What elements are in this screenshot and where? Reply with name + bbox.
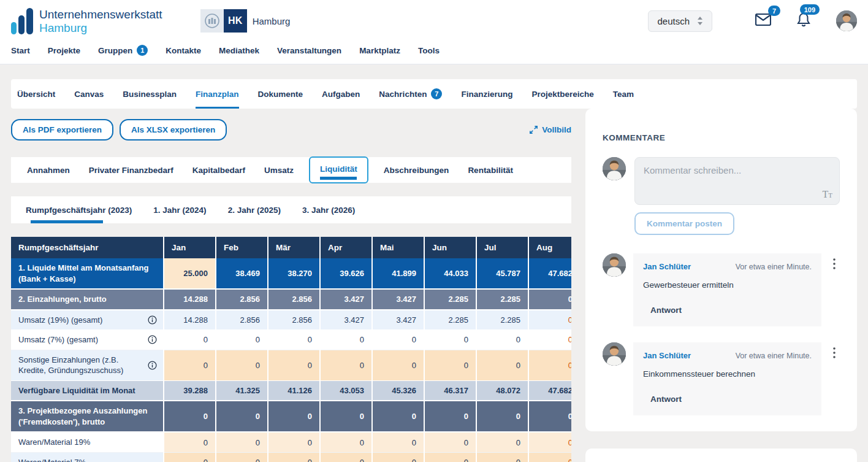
fullscreen-label: Vollbild	[542, 125, 571, 134]
row-label: Waren/Material 19%	[11, 432, 164, 452]
nav-item-gruppen[interactable]: Gruppen1	[98, 45, 148, 56]
year-tab-3-jahr-2026[interactable]: 3. Jahr (2026)	[302, 196, 355, 223]
plan-tab-privater-finanzbedarf[interactable]: Privater Finanzbedarf	[89, 166, 173, 175]
plan-tab-abschreibungen[interactable]: Abschreibungen	[384, 166, 449, 175]
value-cell-mai: 41.899	[372, 258, 424, 289]
value-cell-feb: 2.856	[216, 310, 268, 330]
table-row-verfügbare-liquidität-im-monat: Verfügbare Liquidität im Monat39.28841.3…	[11, 380, 571, 401]
value-cell-jul: 45.787	[476, 258, 528, 289]
comment-author-link[interactable]: Jan Schlüter	[643, 351, 691, 360]
project-tab-dokumente[interactable]: Dokumente	[258, 79, 303, 109]
value-cell-jan[interactable]: 0	[164, 432, 216, 452]
project-tab-team[interactable]: Team	[613, 79, 634, 109]
value-cell-feb[interactable]: 0	[216, 350, 268, 380]
page: Unternehmenswerkstatt Hamburg HK Hamburg…	[0, 0, 868, 462]
project-tab-businessplan[interactable]: Businessplan	[123, 79, 177, 109]
value-cell-jun: 0	[424, 401, 476, 432]
plan-tab-annahmen[interactable]: Annahmen	[27, 166, 70, 175]
value-cell-jul: 0	[476, 401, 528, 432]
plan-tab-liquidität[interactable]: Liquidität	[309, 156, 368, 183]
comment-input[interactable]	[634, 157, 840, 205]
value-cell-mai[interactable]: 0	[372, 350, 424, 380]
nav-item-kontakte[interactable]: Kontakte	[166, 45, 201, 56]
project-tab-übersicht[interactable]: Übersicht	[17, 79, 55, 109]
value-cell-mär[interactable]: 0	[268, 350, 320, 380]
value-cell-aug[interactable]: 0	[528, 453, 571, 462]
year-tab-2-jahr-2025[interactable]: 2. Jahr (2025)	[228, 196, 281, 223]
nav-item-veranstaltungen[interactable]: Veranstaltungen	[277, 45, 341, 56]
info-icon[interactable]	[144, 335, 157, 344]
value-cell-jul[interactable]: 0	[476, 350, 528, 380]
comment-reply-link[interactable]: Antwort	[650, 395, 682, 404]
nav-item-tools[interactable]: Tools	[418, 45, 440, 56]
plan-tab-kapitalbedarf[interactable]: Kapitalbedarf	[192, 166, 245, 175]
value-cell-mär[interactable]: 0	[268, 453, 320, 462]
nav-item-mediathek[interactable]: Mediathek	[219, 45, 259, 56]
value-cell-jun[interactable]: 0	[424, 453, 476, 462]
value-cell-apr[interactable]: 0	[320, 350, 372, 380]
nav-item-start[interactable]: Start	[11, 45, 30, 56]
value-cell-aug[interactable]: 0	[528, 432, 571, 452]
nav-item-marktplatz[interactable]: Marktplatz	[359, 45, 400, 56]
value-cell-jul: 2.285	[476, 289, 528, 310]
language-select[interactable]: deutsch	[648, 10, 712, 32]
value-cell-jul[interactable]: 0	[476, 453, 528, 462]
value-cell-aug[interactable]: 0	[528, 350, 571, 380]
messages-button[interactable]: 7	[755, 13, 771, 28]
brand-logo[interactable]: Unternehmenswerkstatt Hamburg	[11, 7, 162, 34]
info-icon[interactable]	[144, 361, 157, 370]
nav-badge: 1	[137, 45, 148, 56]
project-tab-label: Finanzplan	[196, 90, 239, 99]
project-tab-finanzplan[interactable]: Finanzplan	[196, 79, 239, 109]
plan-tab-umsatz[interactable]: Umsatz	[264, 166, 294, 175]
value-cell-jan: 14.288	[164, 310, 216, 330]
project-tab-projektbereiche[interactable]: Projektbereiche	[531, 79, 593, 109]
text-format-icon[interactable]: TT	[822, 189, 832, 200]
value-cell-apr: 0	[320, 401, 372, 432]
value-cell-jan[interactable]: 0	[164, 453, 216, 462]
value-cell-apr[interactable]: 0	[320, 432, 372, 452]
value-cell-feb: 41.325	[216, 380, 268, 401]
value-cell-feb[interactable]: 0	[216, 432, 268, 452]
value-cell-mai[interactable]: 0	[372, 432, 424, 452]
value-cell-apr: 3.427	[320, 289, 372, 310]
month-header-jun: Jun	[424, 237, 476, 258]
value-cell-apr[interactable]: 0	[320, 453, 372, 462]
year-tab-rumpfgeschäftsjahr-2023[interactable]: Rumpfgeschäftsjahr (2023)	[26, 196, 132, 223]
value-cell-jun: 44.033	[424, 258, 476, 289]
active-tab-underline	[320, 177, 357, 180]
value-cell-feb[interactable]: 0	[216, 453, 268, 462]
post-comment-button[interactable]: Kommentar posten	[634, 212, 734, 235]
kebab-menu-icon[interactable]	[829, 342, 840, 415]
export-pdf-button[interactable]: Als PDF exportieren	[11, 119, 113, 141]
comment-reply-link[interactable]: Antwort	[650, 306, 682, 315]
comment-item: Jan SchlüterVor etwa einer Minute.Einkom…	[603, 342, 840, 415]
value-cell-jun[interactable]: 0	[424, 432, 476, 452]
table-row-2-einzahlungen-brutto: 2. Einzahlungen, brutto14.2882.8562.8563…	[11, 289, 571, 310]
value-cell-jan[interactable]: 0	[164, 350, 216, 380]
notifications-button[interactable]: 109	[797, 12, 810, 29]
value-cell-mär: 0	[268, 330, 320, 350]
plan-tab-rentabilität[interactable]: Rentabilität	[468, 166, 513, 175]
value-cell-mai[interactable]: 0	[372, 453, 424, 462]
project-tab-nachrichten[interactable]: Nachrichten7	[379, 79, 442, 109]
value-cell-mär: 0	[268, 401, 320, 432]
value-cell-mär[interactable]: 0	[268, 432, 320, 452]
nav-item-projekte[interactable]: Projekte	[48, 45, 80, 56]
user-avatar[interactable]	[836, 10, 857, 31]
project-tab-finanzierung[interactable]: Finanzierung	[461, 79, 512, 109]
value-cell-jan[interactable]: 25.000	[164, 258, 216, 289]
year-tab-1-jahr-2024[interactable]: 1. Jahr (2024)	[153, 196, 206, 223]
comment-author-link[interactable]: Jan Schlüter	[643, 262, 691, 271]
value-cell-jun: 2.285	[424, 310, 476, 330]
fullscreen-link[interactable]: Vollbild	[529, 125, 571, 134]
project-tab-canvas[interactable]: Canvas	[74, 79, 104, 109]
kebab-menu-icon[interactable]	[829, 253, 840, 326]
info-icon[interactable]	[144, 315, 157, 325]
export-xlsx-button[interactable]: Als XLSX exportieren	[120, 119, 227, 141]
project-tab-label: Businessplan	[123, 90, 177, 99]
project-tab-aufgaben[interactable]: Aufgaben	[322, 79, 360, 109]
value-cell-jul[interactable]: 0	[476, 432, 528, 452]
sidebar: KOMMENTARE TT Kommentar posten Jan Schlü…	[585, 109, 857, 462]
value-cell-jun[interactable]: 0	[424, 350, 476, 380]
